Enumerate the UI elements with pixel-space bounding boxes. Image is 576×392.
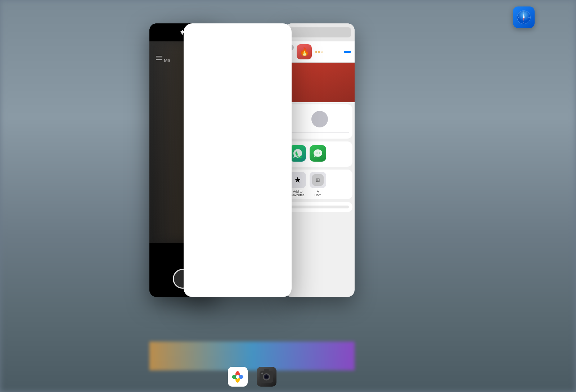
appstore-info: ★★☆ — [315, 50, 341, 54]
share-sheet-container: ★ Add toFavorites ⊞ AHom — [284, 102, 355, 214]
svg-point-9 — [316, 153, 317, 154]
svg-point-8 — [523, 17, 525, 18]
home-icon: ⊞ — [316, 177, 320, 183]
add-home-icon: ⊞ — [310, 172, 326, 188]
google-photos-icon[interactable] — [228, 367, 248, 387]
svg-point-16 — [236, 375, 239, 379]
tinder-banner — [284, 63, 355, 102]
share-cancel-bar — [287, 202, 352, 212]
camera-flash-dot — [261, 373, 263, 374]
share-whatsapp-item[interactable] — [289, 145, 306, 163]
svg-point-10 — [318, 153, 319, 154]
whatsapp-svg — [293, 148, 303, 158]
svg-point-11 — [319, 153, 320, 154]
url-bar[interactable] — [288, 27, 351, 37]
add-to-home-item[interactable]: ⊞ AHom — [310, 172, 326, 197]
safari-compass-icon — [517, 10, 531, 24]
safari-share-card[interactable]: 🔥 ★★☆ — [284, 23, 355, 297]
appstore-get-button[interactable] — [344, 51, 351, 53]
airdrop-person — [311, 111, 328, 130]
cancel-bar-stub — [290, 206, 349, 208]
add-favorites-icon: ★ — [289, 172, 306, 188]
camera-body — [260, 371, 273, 383]
tinder-flame-icon: 🔥 — [300, 47, 309, 57]
airdrop-avatar — [311, 111, 328, 127]
bottom-app-icons — [149, 367, 355, 387]
airdrop-divider — [290, 132, 349, 133]
share-apps-row — [287, 141, 352, 167]
camera-bump — [264, 369, 269, 372]
star-icon: ★ — [294, 175, 301, 185]
add-favorites-label: Add toFavorites — [291, 190, 304, 197]
center-card — [184, 23, 292, 297]
share-messages-item[interactable] — [310, 145, 326, 163]
messages-svg — [313, 149, 323, 158]
add-home-label: AHom — [314, 190, 321, 197]
action-buttons-row: ★ Add toFavorites ⊞ AHom — [287, 170, 352, 199]
camera-lens — [263, 373, 270, 380]
safari-top-icon[interactable] — [513, 6, 535, 28]
add-to-favorites-item[interactable]: ★ Add toFavorites — [289, 172, 306, 197]
safari-url-bar — [284, 23, 355, 41]
appstore-promo-card: 🔥 ★★☆ — [284, 41, 355, 63]
camera-menu-lines — [156, 56, 162, 60]
airdrop-section — [287, 104, 352, 139]
appstore-stars: ★★☆ — [315, 50, 341, 54]
bottom-color-blur — [149, 342, 355, 370]
tinder-icon: 🔥 — [297, 44, 312, 59]
camera-app-bottom-icon[interactable] — [257, 367, 276, 387]
camera-lens-inner — [265, 375, 268, 378]
google-photos-svg — [231, 370, 244, 384]
messages-icon — [310, 145, 326, 162]
camera-label-ma: Ma — [164, 58, 170, 63]
whatsapp-icon — [289, 145, 306, 162]
